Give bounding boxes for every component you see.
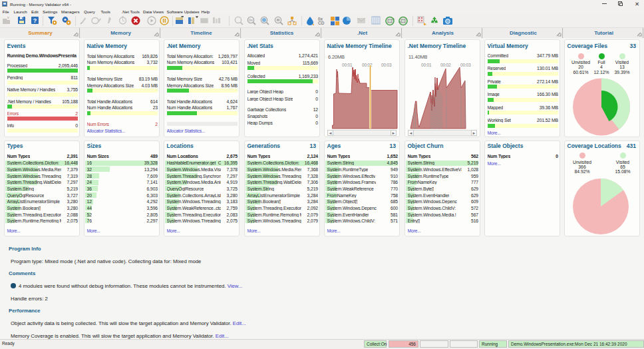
svg-text:0x: 0x: [249, 18, 253, 22]
svg-text:?: ?: [33, 17, 37, 24]
svg-text:CD: CD: [318, 21, 325, 25]
